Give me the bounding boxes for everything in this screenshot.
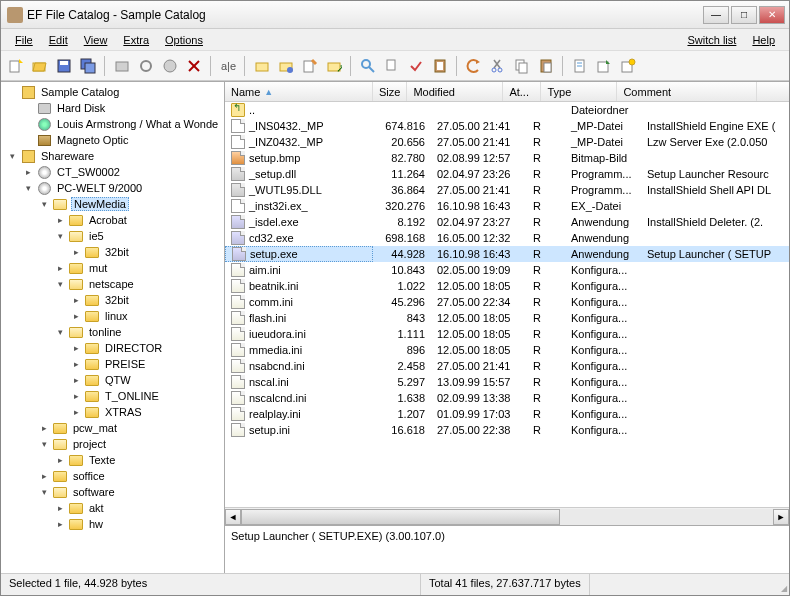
table-row[interactable]: nscal.ini5.29713.09.99 15:57RKonfigura..… — [225, 374, 789, 390]
tb-paste-icon[interactable] — [535, 55, 557, 77]
table-row[interactable]: setup.ini16.61827.05.00 22:38RKonfigura.… — [225, 422, 789, 438]
tree-item[interactable]: Sample Catalog — [3, 84, 222, 100]
table-row[interactable]: mmedia.ini89612.05.00 18:05RKonfigura... — [225, 342, 789, 358]
tb-cut-icon[interactable] — [487, 55, 509, 77]
table-row[interactable]: ..Dateiordner — [225, 102, 789, 118]
tree-twisty-icon[interactable] — [23, 103, 34, 114]
tree-item[interactable]: ▸XTRAS — [3, 404, 222, 420]
tb-attach-icon[interactable] — [617, 55, 639, 77]
tree-item[interactable]: ▸akt — [3, 500, 222, 516]
tb-props-icon[interactable] — [569, 55, 591, 77]
col-attr[interactable]: At... — [503, 82, 541, 101]
tree-item[interactable]: ▾NewMedia — [3, 196, 222, 212]
tree-twisty-icon[interactable]: ▸ — [55, 455, 66, 466]
tb-clipboard-icon[interactable] — [429, 55, 451, 77]
tree-item[interactable]: ▸Acrobat — [3, 212, 222, 228]
table-row[interactable]: _INZ0432._MP20.65627.05.00 21:41R_MP-Dat… — [225, 134, 789, 150]
resize-grip[interactable]: ◢ — [771, 574, 789, 595]
tree-twisty-icon[interactable]: ▸ — [71, 295, 82, 306]
tree-item[interactable]: Hard Disk — [3, 100, 222, 116]
scroll-right-icon[interactable]: ► — [773, 509, 789, 525]
menu-file[interactable]: File — [7, 32, 41, 48]
tb-check-icon[interactable] — [405, 55, 427, 77]
menu-help[interactable]: Help — [744, 32, 783, 48]
table-row[interactable]: nsabcnd.ini2.45827.05.00 21:41RKonfigura… — [225, 358, 789, 374]
tree-twisty-icon[interactable]: ▸ — [39, 423, 50, 434]
tree-item[interactable]: ▾tonline — [3, 324, 222, 340]
tree-twisty-icon[interactable] — [23, 135, 34, 146]
table-row[interactable]: nscalcnd.ini1.63802.09.99 13:38RKonfigur… — [225, 390, 789, 406]
col-name[interactable]: Name ▲ — [225, 82, 373, 101]
tb-search-icon[interactable] — [357, 55, 379, 77]
tree-item[interactable]: ▸soffice — [3, 468, 222, 484]
tb-rename-icon[interactable]: a|e — [217, 55, 239, 77]
tree-item[interactable]: ▾ie5 — [3, 228, 222, 244]
tree-twisty-icon[interactable]: ▸ — [71, 375, 82, 386]
tb-open-icon[interactable] — [29, 55, 51, 77]
menu-switchlist[interactable]: Switch list — [679, 32, 744, 48]
tree-twisty-icon[interactable]: ▾ — [39, 199, 50, 210]
tb-stop-icon[interactable] — [159, 55, 181, 77]
tree-item[interactable]: ▸pcw_mat — [3, 420, 222, 436]
scroll-thumb[interactable] — [241, 509, 560, 525]
tree-twisty-icon[interactable]: ▸ — [39, 471, 50, 482]
tree-twisty-icon[interactable]: ▸ — [55, 519, 66, 530]
tree-twisty-icon[interactable]: ▸ — [71, 359, 82, 370]
table-row[interactable]: cd32.exe698.16816.05.00 12:32RAnwendung — [225, 230, 789, 246]
menu-options[interactable]: Options — [157, 32, 211, 48]
tb-refresh-icon[interactable] — [135, 55, 157, 77]
table-row[interactable]: beatnik.ini1.02212.05.00 18:05RKonfigura… — [225, 278, 789, 294]
menu-view[interactable]: View — [76, 32, 116, 48]
tree-twisty-icon[interactable]: ▾ — [39, 487, 50, 498]
minimize-button[interactable]: — — [703, 6, 729, 24]
close-button[interactable]: ✕ — [759, 6, 785, 24]
tree-item[interactable]: ▸32bit — [3, 292, 222, 308]
scroll-track[interactable] — [241, 509, 773, 525]
tree-twisty-icon[interactable]: ▾ — [39, 439, 50, 450]
tb-edit-icon[interactable] — [299, 55, 321, 77]
tree-twisty-icon[interactable]: ▸ — [23, 167, 34, 178]
tb-saveall-icon[interactable] — [77, 55, 99, 77]
titlebar[interactable]: EF File Catalog - Sample Catalog — □ ✕ — [1, 1, 789, 29]
h-scrollbar[interactable]: ◄ ► — [225, 507, 789, 525]
tb-undo-icon[interactable] — [463, 55, 485, 77]
tb-save-icon[interactable] — [53, 55, 75, 77]
tree-twisty-icon[interactable]: ▸ — [55, 263, 66, 274]
scroll-left-icon[interactable]: ◄ — [225, 509, 241, 525]
tree-item[interactable]: ▸DIRECTOR — [3, 340, 222, 356]
tree-item[interactable]: ▸hw — [3, 516, 222, 532]
col-size[interactable]: Size — [373, 82, 407, 101]
tree-item[interactable]: ▸QTW — [3, 372, 222, 388]
table-row[interactable]: setup.exe44.92816.10.98 16:43RAnwendungS… — [225, 246, 789, 262]
col-modified[interactable]: Modified — [407, 82, 503, 101]
tree-item[interactable]: ▸linux — [3, 308, 222, 324]
tree-twisty-icon[interactable]: ▾ — [23, 183, 34, 194]
tb-export-icon[interactable] — [593, 55, 615, 77]
tree-twisty-icon[interactable]: ▸ — [55, 215, 66, 226]
tree-pane[interactable]: Sample CatalogHard DiskLouis Armstrong /… — [1, 82, 225, 573]
menu-extra[interactable]: Extra — [115, 32, 157, 48]
tree-twisty-icon[interactable]: ▸ — [71, 311, 82, 322]
tb-folder-icon[interactable] — [251, 55, 273, 77]
tree-item[interactable]: ▾PC-WELT 9/2000 — [3, 180, 222, 196]
tb-add-icon[interactable] — [111, 55, 133, 77]
tree-item[interactable]: ▾netscape — [3, 276, 222, 292]
tree-twisty-icon[interactable]: ▸ — [71, 343, 82, 354]
list-body[interactable]: ..Dateiordner_INS0432._MP674.81627.05.00… — [225, 102, 789, 507]
table-row[interactable]: _inst32i.ex_320.27616.10.98 16:43REX_-Da… — [225, 198, 789, 214]
tree-item[interactable]: ▸PREISE — [3, 356, 222, 372]
tb-folder2-icon[interactable] — [275, 55, 297, 77]
table-row[interactable]: flash.ini84312.05.00 18:05RKonfigura... — [225, 310, 789, 326]
tree-twisty-icon[interactable]: ▾ — [55, 231, 66, 242]
tb-copy-icon[interactable] — [511, 55, 533, 77]
tb-copyname-icon[interactable] — [381, 55, 403, 77]
table-row[interactable]: comm.ini45.29627.05.00 22:34RKonfigura..… — [225, 294, 789, 310]
tb-link-icon[interactable]: ↗ — [323, 55, 345, 77]
table-row[interactable]: setup.bmp82.78002.08.99 12:57RBitmap-Bil… — [225, 150, 789, 166]
table-row[interactable]: _INS0432._MP674.81627.05.00 21:41R_MP-Da… — [225, 118, 789, 134]
tree-twisty-icon[interactable] — [23, 119, 34, 130]
col-comment[interactable]: Comment — [617, 82, 757, 101]
maximize-button[interactable]: □ — [731, 6, 757, 24]
tree-item[interactable]: Louis Armstrong / What a Wonde — [3, 116, 222, 132]
table-row[interactable]: _WUTL95.DLL36.86427.05.00 21:41RProgramm… — [225, 182, 789, 198]
